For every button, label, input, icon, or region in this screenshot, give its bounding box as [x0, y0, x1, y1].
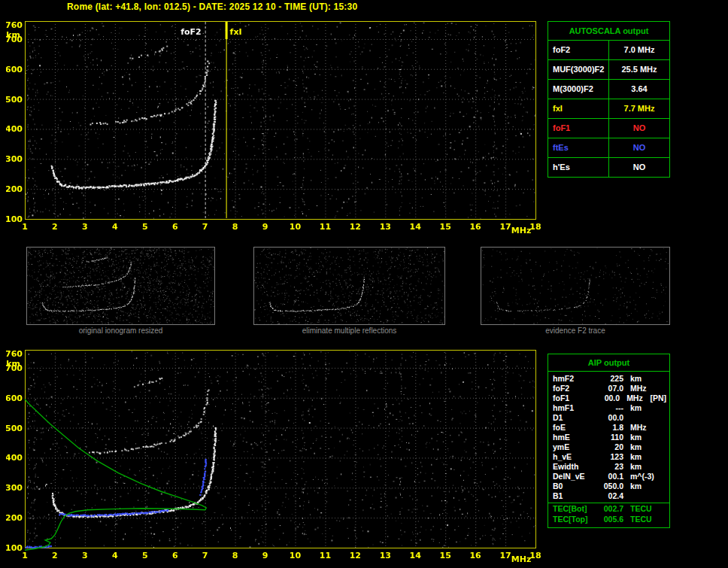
- autoscala-row-hpEs: h'Es NO: [548, 158, 669, 177]
- autoscala-row-foF2: foF2 7.0 MHz: [548, 41, 669, 60]
- row-label: TEC[Bot]: [548, 504, 593, 515]
- row-label: h'Es: [548, 158, 609, 177]
- row-label: B1: [548, 491, 593, 501]
- row-value: 00.1: [593, 472, 623, 481]
- autoscala-table-header: AUTOSCALA output: [548, 22, 669, 41]
- row-value: 002.7: [593, 504, 623, 515]
- row-label: M(3000)F2: [548, 80, 609, 99]
- row-value: 005.6: [593, 515, 623, 524]
- autoscala-screen: Rome (lat: +41.8, lon: 012.5) - DATE: 20…: [0, 0, 728, 568]
- row-tag: [655, 504, 669, 515]
- row-unit: TECU: [623, 504, 655, 515]
- aip-row-foF2: foF2 07.0 MHz: [548, 384, 669, 393]
- row-label: ymE: [548, 442, 593, 452]
- aip-row-hmF2: hmF2 225 km: [548, 374, 669, 384]
- row-value: 02.4: [593, 491, 623, 501]
- row-unit: TECU: [623, 515, 655, 524]
- aip-row-foE: foE 1.8 MHz: [548, 423, 669, 433]
- row-label: foF2: [548, 41, 609, 59]
- row-unit: MHz: [623, 423, 655, 433]
- row-unit: km: [623, 481, 655, 491]
- row-label: ftEs: [548, 138, 609, 157]
- aip-row-D1: D1 00.0: [548, 413, 669, 423]
- aip-row-hmF1: hmF1 --- km: [548, 403, 669, 413]
- row-label: hmF1: [548, 403, 593, 413]
- row-label: TEC[Top]: [548, 515, 593, 524]
- row-label: h_vE: [548, 452, 593, 462]
- aip-row-ymE: ymE 20 km: [548, 442, 669, 452]
- autoscala-output-table: AUTOSCALA output foF2 7.0 MHz MUF(3000)F…: [548, 21, 670, 178]
- row-unit: MHz: [620, 393, 650, 403]
- row-value: NO: [609, 138, 669, 157]
- row-value: 1.8: [593, 423, 623, 433]
- row-unit: km: [623, 452, 655, 462]
- row-value: 3.64: [609, 80, 669, 99]
- autoscala-row-ftEs: ftEs NO: [548, 138, 669, 158]
- row-value: 23: [593, 462, 623, 472]
- aip-rows: hmF2 225 km foF2 07.0 MHz foF1 00.0 MHz …: [548, 372, 669, 524]
- thumbnail-evidence-f2-trace: [481, 247, 670, 325]
- row-tag: [655, 413, 669, 423]
- top-ionogram-plot: [6, 18, 541, 244]
- row-tag: [655, 491, 669, 501]
- row-value: 00.0: [593, 413, 623, 423]
- aip-row-B1: B1 02.4: [548, 491, 669, 501]
- row-value: 7.7 MHz: [609, 99, 669, 118]
- row-value: NO: [609, 158, 669, 177]
- thumbnail-caption: original ionogram resized: [26, 327, 215, 335]
- row-value: ---: [593, 403, 623, 413]
- row-label: D1: [548, 413, 593, 423]
- row-tag: [655, 403, 669, 413]
- row-label: fxI: [548, 99, 609, 118]
- row-value: 07.0: [593, 384, 623, 393]
- row-unit: [623, 491, 655, 501]
- thumbnail-original-ionogram: [26, 247, 215, 325]
- row-value: 110: [593, 433, 623, 442]
- page-title: Rome (lat: +41.8, lon: 012.5) - DATE: 20…: [67, 2, 357, 12]
- row-tag: [655, 452, 669, 462]
- row-label: foF1: [548, 119, 609, 138]
- row-unit: km: [623, 374, 655, 384]
- row-value: 25.5 MHz: [609, 60, 669, 79]
- row-tag: [655, 442, 669, 452]
- autoscala-row-m3000f2: M(3000)F2 3.64: [548, 80, 669, 99]
- row-tag: [655, 433, 669, 442]
- row-value: 225: [593, 374, 623, 384]
- row-unit: MHz: [623, 384, 655, 393]
- row-tag: [655, 374, 669, 384]
- aip-row-h_vE: h_vE 123 km: [548, 452, 669, 462]
- row-unit: km: [623, 462, 655, 472]
- aip-row-DelN_vE: DelN_vE 00.1 m^(-3): [548, 472, 669, 481]
- row-label: Ewidth: [548, 462, 593, 472]
- autoscala-row-muf3000f2: MUF(3000)F2 25.5 MHz: [548, 60, 669, 80]
- autoscala-row-foF1: foF1 NO: [548, 119, 669, 138]
- row-unit: km: [623, 433, 655, 442]
- row-label: MUF(3000)F2: [548, 60, 609, 79]
- row-tag: [655, 472, 669, 481]
- row-tag: [655, 515, 669, 524]
- row-value: NO: [609, 119, 669, 138]
- aip-row-Ewidth: Ewidth 23 km: [548, 462, 669, 472]
- row-value: 123: [593, 452, 623, 462]
- row-unit: km: [623, 442, 655, 452]
- row-value: 050.0: [593, 481, 623, 491]
- row-value: 00.0: [591, 393, 620, 403]
- bottom-ionogram-plot: [6, 347, 541, 568]
- row-tag: [PN]: [650, 393, 669, 403]
- aip-row-hmE: hmE 110 km: [548, 433, 669, 442]
- row-unit: m^(-3): [623, 472, 655, 481]
- row-tag: [655, 384, 669, 393]
- aip-row-foF1: foF1 00.0 MHz [PN]: [548, 393, 669, 403]
- aip-row-TEC-top: TEC[Top] 005.6 TECU: [548, 515, 669, 524]
- row-value: 7.0 MHz: [609, 41, 669, 59]
- row-unit: [623, 413, 655, 423]
- row-label: hmE: [548, 433, 593, 442]
- row-value: 20: [593, 442, 623, 452]
- row-label: foF1: [548, 393, 591, 403]
- aip-output-table: AIP output hmF2 225 km foF2 07.0 MHz foF…: [548, 354, 670, 528]
- row-unit: km: [623, 403, 655, 413]
- row-tag: [655, 481, 669, 491]
- row-tag: [655, 462, 669, 472]
- aip-row-B0: B0 050.0 km: [548, 481, 669, 491]
- thumbnail-eliminate-reflections: [253, 247, 445, 325]
